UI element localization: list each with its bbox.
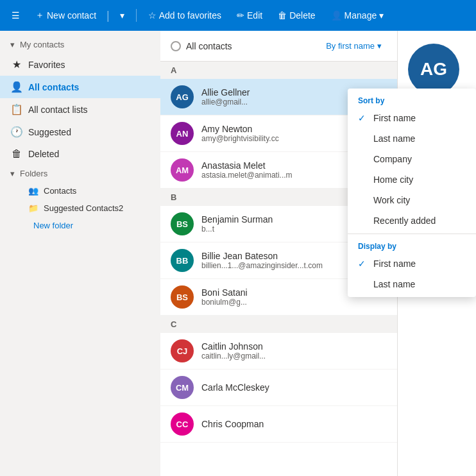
display-item-label: Last name bbox=[373, 279, 415, 289]
edit-icon: ✏ bbox=[237, 10, 244, 21]
all-contact-lists-label: All contact lists bbox=[28, 105, 88, 115]
sidebar-item-contacts[interactable]: 👥 Contacts bbox=[0, 182, 160, 200]
sort-dropdown: Sort by ✓ First name Last name Company H… bbox=[348, 89, 476, 297]
folder-icon: 📁 bbox=[28, 203, 38, 213]
avatar-an: AN bbox=[171, 122, 194, 145]
sidebar-item-suggested-contacts2[interactable]: 📁 Suggested Contacts2 bbox=[0, 200, 160, 217]
sort-item-label: Home city bbox=[373, 174, 413, 185]
sidebar-item-deleted[interactable]: 🗑 Deleted bbox=[0, 143, 160, 165]
folders-section[interactable]: ▾ Folders bbox=[0, 165, 160, 182]
sidebar-item-all-contact-lists[interactable]: 📋 All contact lists bbox=[0, 98, 160, 121]
sidebar-item-favorites[interactable]: ★ Favorites bbox=[0, 53, 160, 76]
new-folder-button[interactable]: New folder bbox=[0, 217, 160, 234]
contact-info-chris: Chris Coopman bbox=[201, 419, 387, 429]
section-c: C bbox=[160, 316, 397, 333]
dropdown-arrow-icon: ▾ bbox=[120, 10, 124, 21]
top-bar: ☰ ＋ New contact | ▾ ☆ Add to favorites ✏… bbox=[0, 0, 476, 31]
sidebar-item-suggested[interactable]: 🕐 Suggested bbox=[0, 121, 160, 143]
dropdown-item-workcity[interactable]: Work city bbox=[348, 190, 476, 210]
contact-name: Caitlin Johnson bbox=[201, 341, 387, 352]
manage-button[interactable]: 👤 Manage ▾ bbox=[325, 6, 391, 24]
sort-item-label: Recently added bbox=[373, 216, 436, 226]
avatar-cj: CJ bbox=[171, 339, 194, 362]
star-icon: ☆ bbox=[148, 10, 157, 21]
contact-email: caitlin...ly@gmail... bbox=[201, 352, 387, 361]
clock-icon: 🕐 bbox=[10, 126, 23, 138]
delete-icon: 🗑 bbox=[278, 10, 287, 21]
dropdown-item-company[interactable]: Company bbox=[348, 149, 476, 169]
sort-arrow-icon: ▾ bbox=[377, 41, 382, 51]
suggested-label: Suggested bbox=[28, 127, 71, 137]
sidebar-item-all-contacts[interactable]: 👤 All contacts bbox=[0, 76, 160, 98]
avatar-cm: CM bbox=[171, 376, 194, 399]
favorites-label: Favorites bbox=[28, 60, 65, 70]
sort-item-label: Company bbox=[373, 154, 412, 164]
person-icon: 👤 bbox=[10, 81, 23, 93]
trash-icon: 🗑 bbox=[10, 148, 23, 160]
contact-folder-icon: 👥 bbox=[28, 186, 38, 196]
avatar-cc: CC bbox=[171, 412, 194, 436]
new-contact-dropdown-button[interactable]: ▾ bbox=[114, 6, 131, 24]
list-icon: 📋 bbox=[10, 103, 23, 115]
my-contacts-section[interactable]: ▾ My contacts bbox=[0, 36, 160, 53]
chevron-down-icon: ▾ bbox=[10, 169, 15, 178]
my-contacts-label: My contacts bbox=[20, 40, 64, 49]
dropdown-display-lastname[interactable]: Last name bbox=[348, 274, 476, 294]
star-icon: ★ bbox=[10, 58, 23, 71]
avatar-am: AM bbox=[171, 158, 194, 182]
contact-info-carla: Carla McCleskey bbox=[201, 382, 387, 393]
hamburger-icon: ☰ bbox=[12, 10, 20, 21]
contact-email: boniulm@g... bbox=[201, 298, 387, 307]
manage-arrow-icon: ▾ bbox=[379, 10, 384, 21]
chevron-down-icon: ▾ bbox=[10, 40, 15, 49]
avatar-ag: AG bbox=[171, 85, 194, 108]
dropdown-item-firstname[interactable]: ✓ First name bbox=[348, 108, 476, 128]
contact-name: Carla McCleskey bbox=[201, 382, 387, 393]
add-favorites-button[interactable]: ☆ Add to favorites bbox=[142, 6, 228, 24]
sidebar: ▾ My contacts ★ Favorites 👤 All contacts… bbox=[0, 31, 160, 476]
avatar-bs2: BS bbox=[171, 285, 194, 309]
dropdown-display-firstname[interactable]: ✓ First name bbox=[348, 253, 476, 274]
check-icon: ✓ bbox=[358, 113, 368, 123]
new-contact-button[interactable]: ＋ New contact bbox=[29, 6, 103, 25]
display-item-label: First name bbox=[373, 259, 416, 269]
folders-label: Folders bbox=[20, 169, 47, 178]
detail-avatar: AG bbox=[408, 44, 459, 95]
edit-button[interactable]: ✏ Edit bbox=[230, 6, 269, 24]
contact-info-caitlin: Caitlin Johnson caitlin...ly@gmail... bbox=[201, 341, 387, 361]
dropdown-divider bbox=[348, 234, 476, 234]
avatar-bb: BB bbox=[171, 249, 194, 272]
contact-name: Chris Coopman bbox=[201, 419, 387, 429]
contacts-sub-label: Contacts bbox=[44, 186, 76, 196]
contact-row-caitlin-johnson[interactable]: CJ Caitlin Johnson caitlin...ly@gmail... bbox=[160, 333, 397, 370]
suggested-contacts2-label: Suggested Contacts2 bbox=[44, 203, 123, 213]
select-all-checkbox[interactable] bbox=[171, 41, 181, 51]
contact-row-carla-mccleskey[interactable]: CM Carla McCleskey bbox=[160, 370, 397, 406]
divider: | bbox=[106, 9, 110, 22]
manage-person-icon: 👤 bbox=[331, 10, 342, 21]
avatar-bs: BS bbox=[171, 212, 194, 235]
sort-item-label: Last name bbox=[373, 133, 415, 144]
sort-button-label: By first name bbox=[326, 41, 375, 51]
all-contacts-list-label: All contacts bbox=[186, 41, 316, 51]
dropdown-item-lastname[interactable]: Last name bbox=[348, 128, 476, 149]
delete-button[interactable]: 🗑 Delete bbox=[271, 6, 321, 24]
new-folder-label: New folder bbox=[33, 221, 73, 230]
dropdown-item-recently-added[interactable]: Recently added bbox=[348, 210, 476, 231]
all-contacts-label: All contacts bbox=[28, 82, 79, 92]
display-by-section-title: Display by bbox=[348, 237, 476, 253]
separator bbox=[136, 9, 137, 22]
sort-item-label: Work city bbox=[373, 195, 410, 205]
dropdown-item-homecity[interactable]: Home city bbox=[348, 169, 476, 190]
sort-item-label: First name bbox=[373, 113, 416, 123]
deleted-label: Deleted bbox=[28, 149, 59, 159]
sort-button[interactable]: By first name ▾ bbox=[321, 38, 387, 53]
check-icon: ✓ bbox=[358, 259, 368, 269]
section-a: A bbox=[160, 62, 397, 79]
contact-list-header: All contacts By first name ▾ bbox=[160, 31, 397, 62]
sort-by-section-title: Sort by bbox=[348, 91, 476, 108]
plus-icon: ＋ bbox=[35, 10, 44, 21]
contact-row-chris-coopman[interactable]: CC Chris Coopman bbox=[160, 406, 397, 443]
hamburger-button[interactable]: ☰ bbox=[5, 6, 26, 24]
